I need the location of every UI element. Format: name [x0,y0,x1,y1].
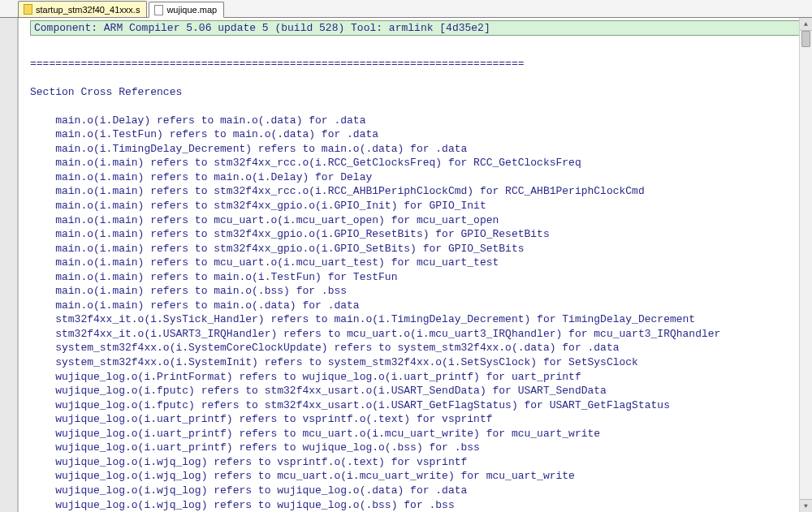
tab-wujique-map[interactable]: wujique.map [149,2,224,18]
tab-bar: startup_stm32f40_41xxx.s wujique.map [0,0,812,18]
vertical-scrollbar[interactable]: ▲ ▼ [799,18,812,512]
scroll-up-arrow-icon[interactable]: ▲ [800,18,812,31]
editor-gutter [0,18,18,512]
tab-label: startup_stm32f40_41xxx.s [36,5,140,15]
asm-file-icon [24,4,32,15]
scrollbar-thumb[interactable] [801,31,810,47]
tab-startup-asm[interactable]: startup_stm32f40_41xxx.s [18,1,147,17]
section-title: Section Cross References [30,86,182,98]
section-divider: ========================================… [30,58,525,70]
tab-label: wujique.map [166,5,217,15]
cross-reference-lines: main.o(i.Delay) refers to main.o(.data) … [30,114,812,512]
scroll-down-arrow-icon[interactable]: ▼ [800,499,812,512]
editor-content-area[interactable]: Component: ARM Compiler 5.06 update 5 (b… [18,18,812,512]
map-file-content: ========================================… [19,42,812,512]
compiler-info-header: Component: ARM Compiler 5.06 update 5 (b… [30,20,806,36]
map-file-icon [154,5,163,15]
